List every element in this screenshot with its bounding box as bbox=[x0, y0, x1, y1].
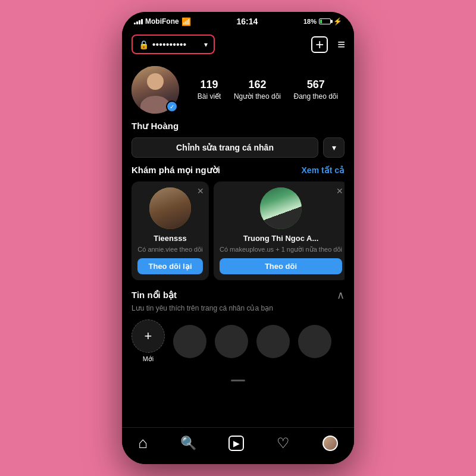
status-bar: MobiFone 📶 16:14 18% ⚡ bbox=[122, 12, 354, 29]
profile-actions: Chỉnh sửa trang cá nhân ▾ bbox=[131, 137, 345, 158]
stat-followers[interactable]: 162 Người theo dõi bbox=[234, 79, 281, 101]
highlights-header: Tin nổi bật ∧ bbox=[131, 289, 345, 302]
card-name-1: Tieensss bbox=[137, 234, 203, 243]
highlight-circle-3[interactable] bbox=[256, 325, 290, 358]
discover-card-1: ✕ Tieensss Có annie.viee theo dõi Theo d… bbox=[131, 181, 209, 280]
highlights-section: Tin nổi bật ∧ Lưu tin yêu thích trên tra… bbox=[122, 280, 354, 368]
verified-badge: ✓ bbox=[166, 101, 178, 112]
avatar-container: ✓ bbox=[131, 66, 179, 114]
profile-header: ✓ 119 Bài viết 162 Người theo dõi bbox=[131, 66, 345, 114]
followers-count: 162 bbox=[248, 79, 266, 91]
add-post-button[interactable]: + bbox=[311, 36, 328, 53]
battery-percent: 18% bbox=[303, 18, 317, 25]
search-icon: 🔍 bbox=[180, 436, 196, 451]
scroll-area[interactable]: 🔒 •••••••••• ▾ + ≡ ✓ bbox=[122, 29, 354, 464]
app-content: 🔒 •••••••••• ▾ + ≡ ✓ bbox=[122, 29, 354, 464]
follow-button-1[interactable]: Theo dõi lại bbox=[137, 258, 203, 274]
username-selector[interactable]: 🔒 •••••••••• ▾ bbox=[131, 35, 215, 54]
nav-icons: + ≡ bbox=[311, 36, 345, 53]
highlight-new-label: Mới bbox=[143, 355, 154, 363]
signal-bar-3 bbox=[139, 20, 140, 24]
nav-heart[interactable]: ♡ bbox=[277, 435, 290, 452]
highlight-new-circle[interactable]: + bbox=[131, 320, 165, 353]
reels-icon: ▶ bbox=[228, 436, 244, 451]
nav-profile[interactable] bbox=[322, 436, 338, 451]
highlights-row: + Mới bbox=[131, 320, 345, 363]
highlights-title: Tin nổi bật bbox=[131, 290, 177, 300]
username-text: •••••••••• bbox=[152, 39, 201, 49]
highlights-subtitle: Lưu tin yêu thích trên trang cá nhân của… bbox=[131, 304, 345, 312]
lock-icon: 🔒 bbox=[139, 40, 149, 49]
status-time: 16:14 bbox=[236, 17, 258, 26]
highlight-circle-3-bg[interactable] bbox=[256, 325, 290, 358]
following-count: 567 bbox=[307, 79, 325, 91]
edit-profile-button[interactable]: Chỉnh sửa trang cá nhân bbox=[131, 137, 318, 158]
following-label: Đang theo dõi bbox=[293, 92, 338, 101]
dropdown-arrow-icon: ▾ bbox=[204, 40, 208, 49]
charging-icon: ⚡ bbox=[333, 17, 342, 26]
profile-name: Thư Hoàng bbox=[131, 121, 345, 131]
discover-cards: ✕ Tieensss Có annie.viee theo dõi Theo d… bbox=[131, 181, 345, 280]
discover-header: Khám phá mọi người Xem tất cả bbox=[131, 165, 345, 176]
battery-icon bbox=[319, 18, 331, 24]
discover-title: Khám phá mọi người bbox=[131, 165, 220, 176]
card-avatar-1 bbox=[149, 187, 191, 229]
profile-stats: 119 Bài viết 162 Người theo dõi 567 Đang… bbox=[191, 79, 345, 101]
bottom-nav: ⌂ 🔍 ▶ ♡ bbox=[122, 427, 354, 464]
highlight-circle-4[interactable] bbox=[298, 325, 331, 358]
follow-button-2[interactable]: Theo dõi bbox=[220, 258, 342, 274]
phone-frame: MobiFone 📶 16:14 18% ⚡ 🔒 •••••••••• ▾ bbox=[122, 12, 354, 464]
posts-label: Bài viết bbox=[198, 92, 221, 101]
posts-count: 119 bbox=[201, 79, 218, 91]
close-card-1-button[interactable]: ✕ bbox=[197, 186, 204, 196]
discover-card-2: ✕ Truong Thi Ngoc A... Có makeuplove.us … bbox=[214, 181, 345, 280]
signal-bars bbox=[134, 19, 143, 24]
menu-button[interactable]: ≡ bbox=[337, 37, 345, 52]
profile-avatar-small bbox=[322, 436, 338, 451]
highlight-circle-2[interactable] bbox=[215, 325, 248, 358]
stat-posts[interactable]: 119 Bài viết bbox=[198, 79, 221, 101]
card-mutual-2: Có makeuplove.us + 1 người nữa theo dõi bbox=[220, 245, 342, 253]
wifi-icon: 📶 bbox=[181, 17, 191, 26]
battery-cap bbox=[331, 20, 333, 23]
add-highlight-icon: + bbox=[145, 328, 152, 344]
close-card-2-button[interactable]: ✕ bbox=[336, 186, 343, 196]
status-left: MobiFone 📶 bbox=[134, 17, 191, 26]
card-avatar-2 bbox=[260, 187, 302, 229]
carrier-label: MobiFone bbox=[145, 17, 179, 26]
highlight-circle-1-bg[interactable] bbox=[173, 325, 206, 358]
profile-dropdown-button[interactable]: ▾ bbox=[323, 137, 345, 158]
signal-bar-1 bbox=[134, 23, 136, 24]
signal-bar-2 bbox=[136, 21, 138, 24]
heart-icon: ♡ bbox=[277, 435, 290, 452]
highlight-circle-1[interactable] bbox=[173, 325, 206, 358]
card-mutual-1: Có annie.viee theo dõi bbox=[137, 245, 203, 253]
battery-fill bbox=[320, 20, 322, 23]
see-all-button[interactable]: Xem tất cả bbox=[302, 165, 345, 175]
top-nav: 🔒 •••••••••• ▾ + ≡ bbox=[122, 29, 354, 60]
status-right: 18% ⚡ bbox=[303, 17, 342, 26]
nav-search[interactable]: 🔍 bbox=[180, 436, 196, 451]
highlight-circle-2-bg[interactable] bbox=[215, 325, 248, 358]
stat-following[interactable]: 567 Đang theo dõi bbox=[293, 79, 338, 101]
signal-bar-4 bbox=[141, 19, 143, 24]
grid-tab-indicator bbox=[231, 380, 245, 381]
followers-label: Người theo dõi bbox=[234, 92, 281, 101]
home-icon: ⌂ bbox=[138, 434, 148, 452]
discover-section: Khám phá mọi người Xem tất cả ✕ Tieensss… bbox=[122, 165, 354, 280]
profile-section: ✓ 119 Bài viết 162 Người theo dõi bbox=[122, 60, 354, 165]
nav-home[interactable]: ⌂ bbox=[138, 434, 148, 452]
card-name-2: Truong Thi Ngoc A... bbox=[220, 234, 342, 243]
highlight-new[interactable]: + Mới bbox=[131, 320, 165, 363]
highlight-circle-4-bg[interactable] bbox=[298, 325, 331, 358]
highlights-collapse-button[interactable]: ∧ bbox=[337, 289, 345, 302]
nav-reels[interactable]: ▶ bbox=[228, 436, 244, 451]
